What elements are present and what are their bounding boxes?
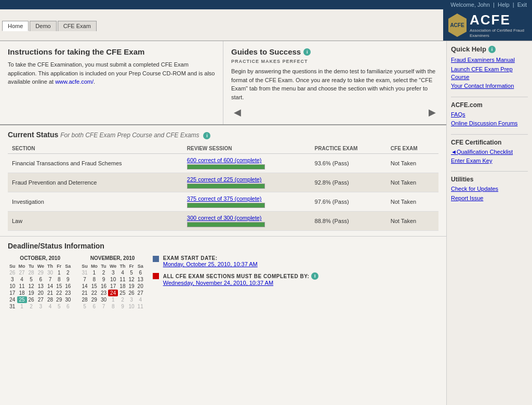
practice-cell: 97.6% (Pass) xyxy=(311,192,387,212)
col-practice: PRACTICE EXAM xyxy=(311,143,387,154)
exam-start-label: EXAM START DATE: xyxy=(163,255,258,261)
header: Home Demo CFE Exam ACFE ACFE Association… xyxy=(0,9,532,41)
col-review: REVIEW SESSION xyxy=(183,143,311,154)
deadline-title: Deadline/Status Information xyxy=(8,242,438,250)
cfe-cell: Not Taken xyxy=(387,173,438,192)
current-status-section: Current Status For both CFE Exam Prep Co… xyxy=(0,125,446,236)
october-calendar: OCTOBER, 2010 SuMoTuWeThFrSa 26272829301… xyxy=(8,255,72,310)
review-link[interactable]: 375 correct of 375 (complete) xyxy=(187,195,262,202)
exam-complete-label: ALL CFE EXAM SECTIONS MUST BE COMPLETED … xyxy=(163,272,319,280)
guides-section: Guides to Success i PRACTICE MAKES PERFE… xyxy=(223,41,446,124)
help-link[interactable]: Help xyxy=(498,2,510,8)
logo-text: ACFE xyxy=(470,12,527,28)
review-cell: 600 correct of 600 (complete) xyxy=(183,154,311,173)
sidebar-divider-3 xyxy=(451,171,528,172)
exit-link[interactable]: Exit xyxy=(517,2,527,8)
table-row: Financial Transactions and Fraud Schemes… xyxy=(8,154,438,173)
complete-info-icon[interactable]: i xyxy=(311,272,318,280)
instructions-title: Instructions for taking the CFE Exam xyxy=(8,47,215,56)
cfe-cell: Not Taken xyxy=(387,192,438,212)
practice-cell: 92.8% (Pass) xyxy=(311,173,387,192)
guides-info-icon[interactable]: i xyxy=(303,48,311,56)
complete-icon xyxy=(153,273,159,279)
sidebar-divider-1 xyxy=(451,97,528,97)
tab-cfe-exam[interactable]: CFE Exam xyxy=(58,21,97,31)
tab-demo[interactable]: Demo xyxy=(30,21,56,31)
oct-table: SuMoTuWeThFrSa 2627282930123456789101112… xyxy=(8,263,72,310)
section-cell: Investigation xyxy=(8,192,183,212)
tab-bar: Home Demo CFE Exam xyxy=(0,19,97,31)
acfe-link[interactable]: www.acfe.com/ xyxy=(55,79,94,85)
november-calendar: NOVEMBER, 2010 SuMoTuWeThFrSa 3112345678… xyxy=(80,255,144,310)
utilities-title: Utilities xyxy=(451,176,528,183)
top-bar: Welcome, John | Help | Exit xyxy=(0,0,532,9)
report-issue-link[interactable]: Report Issue xyxy=(451,194,528,202)
nov-header: NOVEMBER, 2010 xyxy=(80,255,144,261)
welcome-text: Welcome, John xyxy=(450,2,490,8)
acfe-logo-icon: ACFE xyxy=(448,14,467,37)
section-cell: Financial Transactions and Fraud Schemes xyxy=(8,154,183,173)
acfe-title: ACFE.com xyxy=(451,101,528,109)
exam-complete-row: ALL CFE EXAM SECTIONS MUST BE COMPLETED … xyxy=(153,272,438,286)
cfe-certification-title: CFE Certification xyxy=(451,139,528,146)
quick-help-section: Quick Help i Fraud Examiners Manual Laun… xyxy=(451,45,528,90)
oct-header: OCTOBER, 2010 xyxy=(8,255,72,261)
deadline-inner: OCTOBER, 2010 SuMoTuWeThFrSa 26272829301… xyxy=(8,255,438,310)
current-status-info-icon[interactable]: i xyxy=(203,132,210,139)
quick-help-title: Quick Help i xyxy=(451,45,528,53)
table-row: Fraud Prevention and Deterrence225 corre… xyxy=(8,173,438,192)
col-section: SECTION xyxy=(8,143,183,154)
cfe-certification-section: CFE Certification ◄Qualification Checkli… xyxy=(451,139,528,165)
instructions-text: To take the CFE Examination, you must su… xyxy=(8,60,215,86)
launch-prep-course-link[interactable]: Launch CFE Exam Prep Course xyxy=(451,66,528,82)
cfe-cell: Not Taken xyxy=(387,212,438,231)
review-cell: 225 correct of 225 (complete) xyxy=(183,173,311,192)
discussion-forums-link[interactable]: Online Discussion Forums xyxy=(451,120,528,127)
check-updates-link[interactable]: Check for Updates xyxy=(451,185,528,193)
practice-cell: 93.6% (Pass) xyxy=(311,154,387,173)
section-cell: Fraud Prevention and Deterrence xyxy=(8,173,183,192)
exam-start-date: Monday, October 25, 2010, 10:37 AM xyxy=(163,261,258,267)
section-cell: Law xyxy=(8,212,183,231)
review-link[interactable]: 225 correct of 225 (complete) xyxy=(187,176,262,182)
review-link[interactable]: 600 correct of 600 (complete) xyxy=(187,157,262,163)
carousel-right-arrow[interactable]: ▶ xyxy=(426,107,438,118)
logo-subtitle: Association of Certified Fraud Examiners xyxy=(470,28,527,38)
enter-exam-key-link[interactable]: Enter Exam Key xyxy=(451,157,528,165)
faqs-link[interactable]: FAQs xyxy=(451,111,528,119)
review-cell: 300 correct of 300 (complete) xyxy=(183,212,311,231)
top-section: Instructions for taking the CFE Exam To … xyxy=(0,41,446,125)
exam-start-row: EXAM START DATE: Monday, October 25, 201… xyxy=(153,255,438,267)
quick-help-info-icon[interactable]: i xyxy=(488,46,496,53)
review-cell: 375 correct of 375 (complete) xyxy=(183,192,311,212)
guides-title: Guides to Success i xyxy=(231,47,438,56)
acfe-section: ACFE.com FAQs Online Discussion Forums xyxy=(451,101,528,128)
start-icon xyxy=(153,256,159,262)
contact-info-link[interactable]: Your Contact Information xyxy=(451,82,528,90)
deadline-info: EXAM START DATE: Monday, October 25, 201… xyxy=(153,255,438,310)
deadline-section: Deadline/Status Information OCTOBER, 201… xyxy=(0,236,446,315)
sidebar-divider-2 xyxy=(451,134,528,135)
fraud-examiners-manual-link[interactable]: Fraud Examiners Manual xyxy=(451,56,528,64)
svg-text:ACFE: ACFE xyxy=(450,22,464,28)
qualification-checklist-link[interactable]: ◄Qualification Checklist xyxy=(451,148,528,156)
col-cfe: CFE EXAM xyxy=(387,143,438,154)
sidebar: Quick Help i Fraud Examiners Manual Laun… xyxy=(446,41,532,405)
guides-text: Begin by answering the questions in the … xyxy=(231,67,438,101)
carousel-left-arrow[interactable]: ◀ xyxy=(231,107,244,118)
exam-complete-date: Wednesday, November 24, 2010, 10:37 AM xyxy=(163,280,319,286)
review-link[interactable]: 300 correct of 300 (complete) xyxy=(187,215,262,221)
table-row: Law300 correct of 300 (complete)88.8% (P… xyxy=(8,212,438,231)
table-row: Investigation375 correct of 375 (complet… xyxy=(8,192,438,212)
instructions-section: Instructions for taking the CFE Exam To … xyxy=(0,41,223,124)
content-area: Instructions for taking the CFE Exam To … xyxy=(0,41,446,405)
guides-carousel: ◀ ▶ xyxy=(231,107,438,118)
current-status-title: Current Status For both CFE Exam Prep Co… xyxy=(8,130,438,139)
practice-cell: 88.8% (Pass) xyxy=(311,212,387,231)
logo-area: ACFE ACFE Association of Certified Fraud… xyxy=(443,9,532,41)
tab-home[interactable]: Home xyxy=(2,21,29,31)
utilities-section: Utilities Check for Updates Report Issue xyxy=(451,176,528,202)
status-table: SECTION REVIEW SESSION PRACTICE EXAM CFE… xyxy=(8,143,438,231)
nov-table: SuMoTuWeThFrSa 3112345678910111213141516… xyxy=(80,263,144,310)
main-area: Instructions for taking the CFE Exam To … xyxy=(0,41,532,405)
